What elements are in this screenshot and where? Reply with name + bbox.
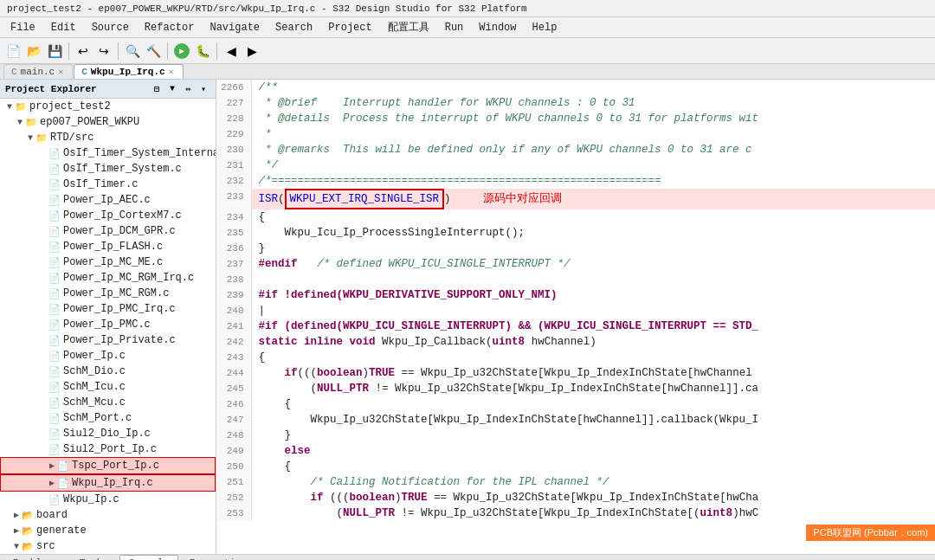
tree-item-siul2_port_ip-c[interactable]: 📄 Siul2_Port_Ip.c bbox=[0, 441, 216, 457]
line-content-229[interactable]: * bbox=[251, 126, 935, 142]
menu-item-run[interactable]: Run bbox=[438, 20, 471, 35]
tree-item-osif_timer_system-c[interactable]: 📄 OsIf_Timer_System.c bbox=[0, 161, 216, 177]
toolbar-build[interactable]: 🔨 bbox=[144, 42, 163, 61]
tree-section-generate[interactable]: ▶📂 generate bbox=[0, 523, 216, 538]
line-content-232[interactable]: /*======================================… bbox=[251, 173, 935, 189]
menu-item-search[interactable]: Search bbox=[268, 20, 319, 35]
line-content-238[interactable] bbox=[251, 272, 935, 287]
bottom-tab-problems[interactable]: Problems bbox=[3, 555, 68, 560]
line-content-252[interactable]: if (((boolean)TRUE == Wkpu_Ip_u32ChState… bbox=[251, 490, 935, 505]
toolbar-next[interactable]: ▶ bbox=[242, 42, 261, 61]
explorer-link-btn[interactable]: ⇔ bbox=[181, 82, 195, 96]
code-line-253: 253 (NULL_PTR != Wkpu_Ip_u32ChState[Wkpu… bbox=[216, 505, 935, 521]
line-content-247[interactable]: Wkpu_Ip_u32ChState[Wkpu_Ip_IndexInChStat… bbox=[251, 412, 935, 428]
tab-main-c-icon: C bbox=[11, 67, 17, 77]
toolbar-undo[interactable]: ↩ bbox=[74, 42, 93, 61]
tree-item-schm_icu-c[interactable]: 📄 SchM_Icu.c bbox=[0, 379, 216, 395]
tree-item-power_ip_mc_rgm_irq-c[interactable]: 📄 Power_Ip_MC_RGM_Irq.c bbox=[0, 270, 216, 286]
line-content-250[interactable]: { bbox=[251, 459, 935, 474]
explorer-menu-btn[interactable]: ▾ bbox=[197, 82, 210, 96]
line-content-233[interactable]: ISR(WKPU_EXT_IRQ_SINGLE_ISR) 源码中对应回调 bbox=[251, 189, 935, 209]
line-content-248[interactable]: } bbox=[251, 428, 935, 443]
toolbar-open[interactable]: 📂 bbox=[24, 42, 43, 61]
menu-item-配置工具[interactable]: 配置工具 bbox=[381, 18, 436, 36]
tree-item-schm_mcu-c[interactable]: 📄 SchM_Mcu.c bbox=[0, 395, 216, 410]
menu-item-source[interactable]: Source bbox=[85, 20, 136, 35]
tree-item-wkpu_ip_irq-c[interactable]: ▶📄 Wkpu_Ip_Irq.c bbox=[0, 474, 216, 492]
toolbar-run-button[interactable]: ▶ bbox=[174, 43, 190, 59]
line-content-245[interactable]: (NULL_PTR != Wkpu_Ip_u32ChState[Wkpu_Ip_… bbox=[251, 381, 935, 396]
tree-item-power_ip_pmc-c[interactable]: 📄 Power_Ip_PMC.c bbox=[0, 317, 216, 332]
line-content-243[interactable]: { bbox=[251, 350, 935, 365]
tree-item-power_ip_mc_rgm-c[interactable]: 📄 Power_Ip_MC_RGM.c bbox=[0, 286, 216, 301]
bottom-tab-tasks[interactable]: Tasks bbox=[70, 555, 118, 560]
explorer-filter-btn[interactable]: ▼ bbox=[165, 82, 179, 96]
line-content-231[interactable]: */ bbox=[251, 158, 935, 173]
tree-item-power_ip_flash-c[interactable]: 📄 Power_Ip_FLASH.c bbox=[0, 239, 216, 254]
tree-item-power_ip_pmc_irq-c[interactable]: 📄 Power_Ip_PMC_Irq.c bbox=[0, 301, 216, 317]
tree-rtd-src[interactable]: ▼📁 RTD/src bbox=[0, 130, 216, 145]
line-content-251[interactable]: /* Calling Notification for the IPL chan… bbox=[251, 474, 935, 490]
toolbar-prev[interactable]: ◀ bbox=[222, 42, 241, 61]
toolbar-debug[interactable]: 🐛 bbox=[193, 42, 212, 61]
explorer-header: Project Explorer ⊟ ▼ ⇔ ▾ bbox=[0, 80, 216, 99]
tree-item-power_ip-c[interactable]: 📄 Power_Ip.c bbox=[0, 348, 216, 364]
tree-section-board[interactable]: ▶📂 board bbox=[0, 507, 216, 523]
tree-item-schm_port-c[interactable]: 📄 SchM_Port.c bbox=[0, 410, 216, 426]
code-line-239: 239#if !defined(WKPU_DERIVATIVE_SUPPORT_… bbox=[216, 287, 935, 303]
line-content-230[interactable]: * @remarks This will be defined only if … bbox=[251, 142, 935, 158]
menu-item-navigate[interactable]: Navigate bbox=[203, 20, 267, 35]
tab-wkpu-c-close[interactable]: ✕ bbox=[169, 67, 174, 77]
line-content-249[interactable]: else bbox=[251, 443, 935, 459]
line-content-237[interactable]: #endif /* defined WKPU_ICU_SINGLE_INTERR… bbox=[251, 256, 935, 272]
toolbar-redo[interactable]: ↪ bbox=[94, 42, 113, 61]
tree-item-power_ip_aec-c[interactable]: 📄 Power_Ip_AEC.c bbox=[0, 192, 216, 208]
menu-item-help[interactable]: Help bbox=[526, 20, 564, 35]
tree-section-src[interactable]: ▼📂 src bbox=[0, 538, 216, 554]
line-content-239[interactable]: #if !defined(WKPU_DERIVATIVE_SUPPORT_ONL… bbox=[251, 287, 935, 303]
menu-item-edit[interactable]: Edit bbox=[44, 20, 83, 35]
bottom-tab-console[interactable]: Console bbox=[119, 555, 178, 560]
menu-item-window[interactable]: Window bbox=[472, 20, 523, 35]
tree-item-osif_timer_system_internal_systick-c[interactable]: 📄 OsIf_Timer_System_Internal_Systick.c bbox=[0, 145, 216, 161]
toolbar-save[interactable]: 💾 bbox=[45, 42, 64, 61]
project-explorer: Project Explorer ⊟ ▼ ⇔ ▾ ▼📁 project_test… bbox=[0, 80, 216, 554]
bottom-tab-properties[interactable]: Properties bbox=[180, 555, 256, 560]
tab-main-c[interactable]: C main.c ✕ bbox=[3, 64, 73, 79]
line-number-229: 229 bbox=[216, 126, 251, 142]
tree-item-power_ip_private-c[interactable]: 📄 Power_Ip_Private.c bbox=[0, 332, 216, 348]
line-content-246[interactable]: { bbox=[251, 396, 935, 412]
toolbar-new[interactable]: 📄 bbox=[3, 42, 23, 61]
tree-item-power_ip_mc_me-c[interactable]: 📄 Power_Ip_MC_ME.c bbox=[0, 254, 216, 270]
tree-item-schm_dio-c[interactable]: 📄 SchM_Dio.c bbox=[0, 364, 216, 379]
explorer-collapse-btn[interactable]: ⊟ bbox=[150, 82, 164, 96]
tree-item-wkpu_ip-c[interactable]: 📄 Wkpu_Ip.c bbox=[0, 492, 216, 507]
tree-ep007[interactable]: ▼📁 ep007_POWER_WKPU bbox=[0, 114, 216, 130]
line-content-253[interactable]: (NULL_PTR != Wkpu_Ip_u32ChState[Wkpu_Ip_… bbox=[251, 505, 935, 521]
tree-item-tspc_port_ip-c[interactable]: ▶📄 Tspc_Port_Ip.c bbox=[0, 457, 216, 474]
editor-tabs-bar: C main.c ✕ C Wkpu_Ip_Irq.c ✕ bbox=[0, 64, 935, 80]
menu-item-project[interactable]: Project bbox=[321, 20, 378, 35]
menu-item-refactor[interactable]: Refactor bbox=[138, 20, 202, 35]
line-content-228[interactable]: * @details Process the interrupt of WKPU… bbox=[251, 111, 935, 126]
line-content-235[interactable]: Wkpu_Icu_Ip_ProcessSingleInterrupt(); bbox=[251, 225, 935, 241]
line-content-234[interactable]: { bbox=[251, 209, 935, 225]
code-editor[interactable]: 2266/**227 * @brief Interrupt handler fo… bbox=[216, 80, 935, 554]
editor-area: 2266/**227 * @brief Interrupt handler fo… bbox=[216, 80, 935, 554]
tree-item-power_ip_cortexm7-c[interactable]: 📄 Power_Ip_CortexM7.c bbox=[0, 208, 216, 223]
toolbar-search[interactable]: 🔍 bbox=[123, 42, 142, 61]
line-content-244[interactable]: if(((boolean)TRUE == Wkpu_Ip_u32ChState[… bbox=[251, 365, 935, 381]
line-content-227[interactable]: * @brief Interrupt handler for WKPU chan… bbox=[251, 95, 935, 111]
tab-main-c-close[interactable]: ✕ bbox=[58, 67, 63, 77]
tree-item-siul2_dio_ip-c[interactable]: 📄 Siul2_Dio_Ip.c bbox=[0, 426, 216, 441]
line-content-242[interactable]: static inline void Wkpu_Ip_Callback(uint… bbox=[251, 334, 935, 350]
tab-wkpu-c[interactable]: C Wkpu_Ip_Irq.c ✕ bbox=[74, 64, 183, 79]
line-content-2266[interactable]: /** bbox=[251, 80, 935, 95]
line-content-240[interactable]: | bbox=[251, 303, 935, 319]
tree-item-power_ip_dcm_gpr-c[interactable]: 📄 Power_Ip_DCM_GPR.c bbox=[0, 223, 216, 239]
line-content-241[interactable]: #if (defined(WKPU_ICU_SINGLE_INTERRUPT) … bbox=[251, 319, 935, 334]
tree-project-root[interactable]: ▼📁 project_test2 bbox=[0, 99, 216, 114]
menu-item-file[interactable]: File bbox=[3, 20, 42, 35]
tree-item-osif_timer-c[interactable]: 📄 OsIf_Timer.c bbox=[0, 177, 216, 192]
line-content-236[interactable]: } bbox=[251, 241, 935, 256]
